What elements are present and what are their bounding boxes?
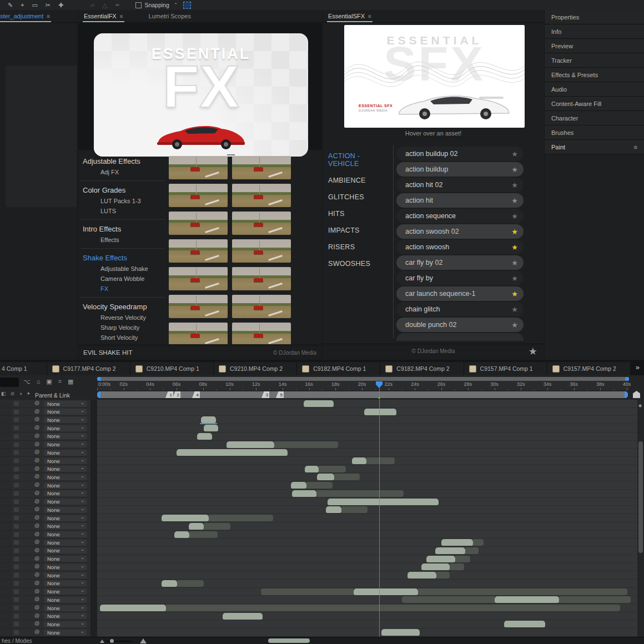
panel-item-tracker[interactable]: Tracker xyxy=(545,53,644,68)
vertical-scrollbar[interactable]: ◆ xyxy=(637,400,644,637)
layer-switch-box[interactable] xyxy=(14,549,19,553)
pickwhip-icon[interactable]: @ xyxy=(34,605,39,610)
layer-switch-box[interactable] xyxy=(14,483,19,487)
sfx-asset-action-hit[interactable]: action hit★ xyxy=(396,193,524,208)
chevron-down-icon[interactable]: ⌄ xyxy=(80,588,84,593)
layer-switch-box[interactable] xyxy=(14,565,19,569)
pickwhip-icon[interactable]: @ xyxy=(34,457,39,463)
pickwhip-icon[interactable]: @ xyxy=(34,580,39,586)
layer-switch-box[interactable] xyxy=(14,532,19,537)
favorite-star-icon[interactable]: ★ xyxy=(511,181,518,189)
navigator-start-handle[interactable] xyxy=(97,377,101,381)
sfx-asset-chain-glitch[interactable]: chain glitch★ xyxy=(396,302,524,316)
layer-bar-segment[interactable] xyxy=(421,564,450,570)
solo-toggle-icon[interactable]: ◑ xyxy=(19,391,22,396)
layer-switch-box[interactable] xyxy=(14,401,19,406)
sfx-category-swooshes[interactable]: SWOOSHES xyxy=(323,255,393,272)
chevron-down-icon[interactable]: ⌄ xyxy=(80,564,84,568)
layer-bar-segment[interactable] xyxy=(381,629,420,636)
sfx-category-risers[interactable]: RISERS xyxy=(323,239,393,255)
sfx-asset-car-launch-sequence-1[interactable]: car launch sequence-1★ xyxy=(396,286,524,301)
fx-subitem-effects[interactable]: Effects xyxy=(79,235,166,245)
layer-bar-segment[interactable] xyxy=(418,588,627,595)
chevron-down-icon[interactable]: ⌄ xyxy=(80,572,84,577)
pickwhip-icon[interactable]: @ xyxy=(34,409,39,414)
parent-link-dropdown[interactable]: None⌄ xyxy=(44,523,87,529)
pickwhip-icon[interactable]: @ xyxy=(34,531,39,537)
fx-category-adjustable-effects[interactable]: Adjustable Effects xyxy=(79,153,166,167)
parent-link-dropdown[interactable]: None⌄ xyxy=(44,450,87,456)
chevron-down-icon[interactable]: ⌄ xyxy=(80,596,84,601)
layer-bar-segment[interactable] xyxy=(305,466,319,472)
layer-switch-box[interactable] xyxy=(14,459,19,463)
sfx-asset-action-swoosh-02[interactable]: action swoosh 02★ xyxy=(396,224,524,239)
favorite-star-icon[interactable]: ★ xyxy=(511,290,518,298)
pickwhip-icon[interactable]: @ xyxy=(34,621,39,626)
favorite-star-icon[interactable]: ★ xyxy=(511,212,518,220)
track-row[interactable] xyxy=(97,441,637,449)
tab-overflow-icon[interactable]: » xyxy=(636,363,640,371)
layer-switch-box[interactable] xyxy=(14,573,19,577)
fx-subitem-reverse-velocity[interactable]: Reverse Velocity xyxy=(79,313,166,323)
layer-switch-box[interactable] xyxy=(14,516,19,520)
track-row[interactable] xyxy=(97,563,637,571)
layer-switch-box[interactable] xyxy=(14,540,19,545)
pickwhip-icon[interactable]: @ xyxy=(34,515,39,520)
comp-tab-c9182-mp4-comp-2[interactable]: C9182.MP4 Comp 2 xyxy=(380,362,464,375)
layer-bar-segment[interactable] xyxy=(334,474,360,480)
fx-subitem-adj-fx[interactable]: Adj FX xyxy=(79,167,166,177)
layer-bar-segment[interactable] xyxy=(364,409,396,415)
parent-link-dropdown[interactable]: None⌄ xyxy=(44,572,87,578)
layer-bar-segment[interactable] xyxy=(166,605,620,611)
pickwhip-icon[interactable]: @ xyxy=(34,506,39,512)
parent-link-dropdown[interactable]: None⌄ xyxy=(44,433,87,439)
chevron-down-icon[interactable]: ⌄ xyxy=(80,482,84,487)
favorite-star-icon[interactable]: ★ xyxy=(511,274,518,283)
layer-bar-segment[interactable] xyxy=(189,523,204,530)
pickwhip-icon[interactable]: @ xyxy=(34,596,39,602)
vertical-scrollbar-thumb[interactable] xyxy=(638,441,643,553)
video-toggle-icon[interactable]: ◧ xyxy=(1,391,6,396)
sfx-category-glitches[interactable]: GLITCHES xyxy=(323,189,393,205)
zoom-slider-thumb[interactable] xyxy=(110,639,114,643)
comp-marker-bin-icon[interactable] xyxy=(633,391,640,398)
zoom-in-mountain-icon[interactable] xyxy=(140,638,147,643)
video-thumbnail[interactable] xyxy=(232,239,291,263)
video-thumbnail[interactable] xyxy=(232,212,291,235)
sfx-asset-action-hit-02[interactable]: action hit 02★ xyxy=(396,178,524,192)
fx-subitem-sharp-velocity[interactable]: Sharp Velocity xyxy=(79,323,166,333)
layer-bar-segment[interactable] xyxy=(292,490,316,497)
layer-bar-segment[interactable] xyxy=(204,425,218,431)
pickwhip-icon[interactable]: @ xyxy=(34,629,39,635)
parent-link-dropdown[interactable]: None⌄ xyxy=(44,630,87,636)
layer-bar-segment[interactable] xyxy=(319,466,346,472)
layer-switch-box[interactable] xyxy=(14,597,19,602)
chevron-down-icon[interactable]: ⌄ xyxy=(80,490,84,495)
layer-bar-segment[interactable] xyxy=(435,547,465,554)
track-row[interactable] xyxy=(97,465,637,474)
layer-switch-box[interactable] xyxy=(14,500,19,504)
puppet-pin-tool[interactable]: ✚ xyxy=(58,0,63,10)
sfx-asset-action-buildup-02[interactable]: action buildup 02★ xyxy=(396,147,524,161)
layer-bar-segment[interactable] xyxy=(317,474,334,480)
layer-switch-box[interactable] xyxy=(14,417,19,422)
layer-switch-box[interactable] xyxy=(14,557,19,561)
pickwhip-icon[interactable]: @ xyxy=(34,482,39,487)
panel-item-character[interactable]: Character xyxy=(545,111,644,125)
parent-link-dropdown[interactable]: None⌄ xyxy=(44,597,87,603)
layer-bar-segment[interactable] xyxy=(304,400,334,407)
track-row[interactable] xyxy=(97,620,637,628)
pickwhip-icon[interactable]: @ xyxy=(34,490,39,496)
video-thumbnail[interactable] xyxy=(232,184,291,207)
parent-link-column-header[interactable]: Parent & Link xyxy=(35,392,70,399)
parent-link-dropdown[interactable]: None⌄ xyxy=(44,401,87,407)
playhead-line[interactable] xyxy=(379,382,380,637)
chevron-down-icon[interactable]: ⌄ xyxy=(80,580,84,585)
layer-bar-segment[interactable] xyxy=(174,531,189,538)
layer-bar-segment[interactable] xyxy=(559,596,631,603)
layer-bar-segment[interactable] xyxy=(326,506,341,513)
track-row[interactable] xyxy=(97,555,637,564)
brush-tool[interactable]: ✎ xyxy=(8,0,13,10)
sfx-asset-partial[interactable] xyxy=(396,333,524,341)
region-of-interest-icon[interactable] xyxy=(183,2,191,9)
